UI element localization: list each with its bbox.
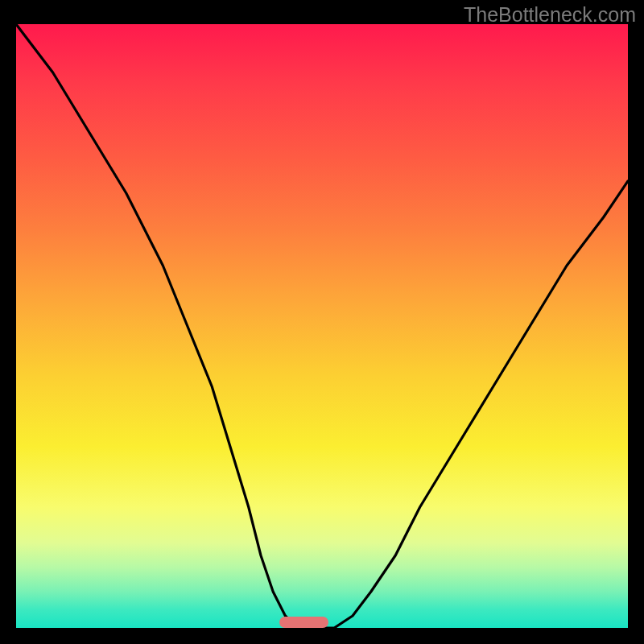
bottleneck-curve [16, 24, 628, 628]
chart-canvas: TheBottleneck.com [0, 0, 644, 644]
plot-area [16, 24, 628, 628]
watermark-label: TheBottleneck.com [464, 3, 636, 27]
minimum-marker [279, 617, 328, 628]
curve-path [16, 24, 628, 628]
